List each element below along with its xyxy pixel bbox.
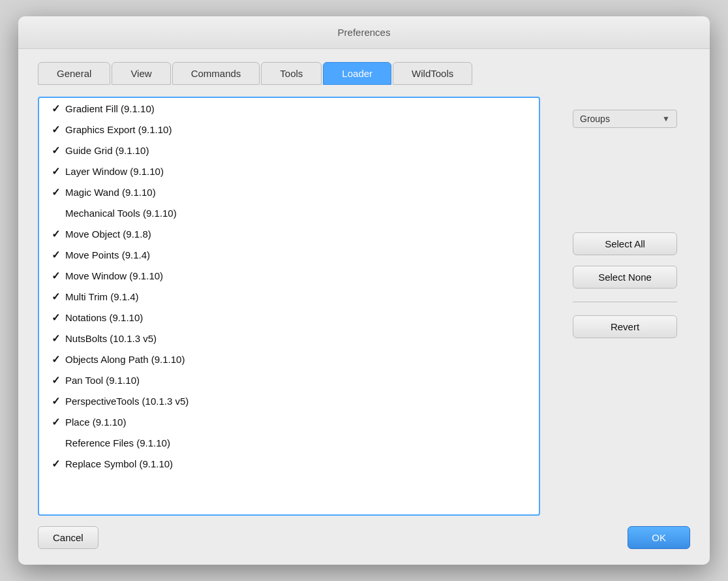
list-item[interactable]: ✓Move Object (9.1.8) — [39, 223, 539, 244]
check-mark: ✓ — [46, 249, 65, 261]
groups-dropdown[interactable]: Groups ▼ — [573, 110, 677, 128]
item-label: Place (9.1.10) — [65, 416, 532, 428]
list-item[interactable]: Reference Files (9.1.10) — [39, 432, 539, 453]
tab-general[interactable]: General — [38, 62, 110, 85]
revert-button[interactable]: Revert — [573, 315, 677, 338]
item-label: Replace Symbol (9.1.10) — [65, 458, 532, 469]
check-mark: ✓ — [46, 144, 65, 157]
list-item[interactable]: ✓Gradient Fill (9.1.10) — [39, 98, 539, 119]
tabs-row: GeneralViewCommandsToolsLoaderWildTools — [38, 62, 690, 85]
item-label: Objects Along Path (9.1.10) — [65, 354, 532, 365]
check-mark: ✓ — [46, 102, 65, 115]
check-mark: ✓ — [46, 353, 65, 366]
dialog-title: Preferences — [338, 27, 391, 38]
list-item[interactable]: ✓Replace Symbol (9.1.10) — [39, 453, 539, 474]
check-mark: ✓ — [46, 416, 65, 428]
check-mark: ✓ — [46, 311, 65, 324]
item-label: Move Window (9.1.10) — [65, 270, 532, 281]
check-mark: ✓ — [46, 165, 65, 178]
list-item[interactable]: ✓Objects Along Path (9.1.10) — [39, 349, 539, 369]
tab-commands[interactable]: Commands — [172, 62, 260, 85]
list-item[interactable]: ✓Guide Grid (9.1.10) — [39, 140, 539, 161]
dialog-body: GeneralViewCommandsToolsLoaderWildTools … — [18, 49, 710, 565]
cancel-button[interactable]: Cancel — [38, 526, 99, 549]
list-item[interactable]: ✓Layer Window (9.1.10) — [39, 161, 539, 181]
item-label: Graphics Export (9.1.10) — [65, 124, 532, 135]
check-mark: ✓ — [46, 458, 65, 470]
item-label: Pan Tool (9.1.10) — [65, 375, 532, 386]
tab-view[interactable]: View — [112, 62, 170, 85]
item-label: PerspectiveTools (10.1.3 v5) — [65, 396, 532, 407]
list-item[interactable]: ✓Pan Tool (9.1.10) — [39, 369, 539, 390]
tab-loader[interactable]: Loader — [323, 62, 391, 85]
list-item[interactable]: ✓Multi Trim (9.1.4) — [39, 286, 539, 307]
check-mark: ✓ — [46, 374, 65, 386]
item-label: Move Points (9.1.4) — [65, 249, 532, 260]
item-label: NutsBolts (10.1.3 v5) — [65, 333, 532, 344]
list-item[interactable]: ✓PerspectiveTools (10.1.3 v5) — [39, 390, 539, 411]
item-label: Gradient Fill (9.1.10) — [65, 103, 532, 114]
list-item[interactable]: ✓Move Window (9.1.10) — [39, 265, 539, 286]
check-mark: ✓ — [46, 395, 65, 407]
check-mark: ✓ — [46, 332, 65, 345]
plugins-list-container: ✓Gradient Fill (9.1.10)✓Graphics Export … — [38, 97, 540, 516]
tab-wildtools[interactable]: WildTools — [393, 62, 472, 85]
check-mark: ✓ — [46, 186, 65, 198]
select-all-button[interactable]: Select All — [573, 232, 677, 255]
list-item[interactable]: Mechanical Tools (9.1.10) — [39, 202, 539, 223]
dropdown-arrow-icon: ▼ — [662, 114, 670, 123]
sidebar-divider — [573, 302, 677, 302]
check-mark: ✓ — [46, 270, 65, 282]
item-label: Mechanical Tools (9.1.10) — [65, 208, 532, 219]
groups-label: Groups — [580, 114, 610, 124]
check-mark: ✓ — [46, 290, 65, 303]
sidebar-controls: Groups ▼ Select All Select None Revert — [560, 97, 690, 516]
list-item[interactable]: ✓Graphics Export (9.1.10) — [39, 119, 539, 140]
select-none-button[interactable]: Select None — [573, 266, 677, 289]
list-item[interactable]: ✓Notations (9.1.10) — [39, 307, 539, 328]
check-mark: ✓ — [46, 228, 65, 240]
list-item[interactable]: ✓Move Points (9.1.4) — [39, 244, 539, 265]
item-label: Reference Files (9.1.10) — [65, 437, 532, 448]
item-label: Move Object (9.1.8) — [65, 228, 532, 240]
item-label: Multi Trim (9.1.4) — [65, 291, 532, 302]
plugins-list-scroll[interactable]: ✓Gradient Fill (9.1.10)✓Graphics Export … — [39, 98, 539, 514]
preferences-dialog: Preferences GeneralViewCommandsToolsLoad… — [18, 16, 710, 565]
check-mark: ✓ — [46, 123, 65, 136]
item-label: Magic Wand (9.1.10) — [65, 187, 532, 198]
ok-button[interactable]: OK — [628, 526, 690, 549]
content-area: ✓Gradient Fill (9.1.10)✓Graphics Export … — [38, 97, 690, 516]
list-item[interactable]: ✓Place (9.1.10) — [39, 411, 539, 432]
title-bar: Preferences — [18, 16, 710, 49]
bottom-bar: Cancel OK — [38, 516, 690, 552]
list-item[interactable]: ✓Magic Wand (9.1.10) — [39, 181, 539, 202]
tab-tools[interactable]: Tools — [261, 62, 322, 85]
item-label: Guide Grid (9.1.10) — [65, 145, 532, 156]
list-item[interactable]: ✓NutsBolts (10.1.3 v5) — [39, 328, 539, 349]
item-label: Notations (9.1.10) — [65, 312, 532, 323]
item-label: Layer Window (9.1.10) — [65, 166, 532, 177]
